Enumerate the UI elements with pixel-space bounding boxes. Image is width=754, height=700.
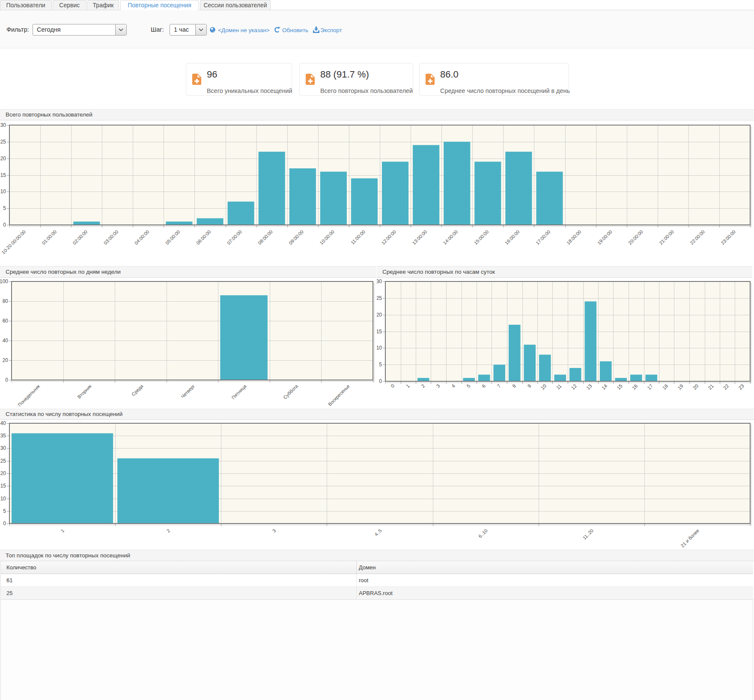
- svg-text:06:00:00: 06:00:00: [195, 229, 212, 246]
- svg-text:16: 16: [631, 383, 639, 391]
- svg-text:05:00:00: 05:00:00: [164, 229, 181, 246]
- svg-text:80: 80: [3, 298, 9, 304]
- svg-text:10:00:00: 10:00:00: [319, 229, 335, 246]
- svg-text:0: 0: [379, 378, 382, 384]
- svg-text:13:00:00: 13:00:00: [411, 229, 428, 246]
- svg-text:15: 15: [377, 329, 382, 335]
- svg-text:Пятница: Пятница: [230, 383, 247, 400]
- svg-text:22:00:00: 22:00:00: [689, 229, 706, 246]
- svg-text:17:00:00: 17:00:00: [535, 229, 551, 246]
- svg-text:25: 25: [0, 458, 6, 464]
- svg-text:10: 10: [0, 496, 6, 502]
- svg-text:21:00:00: 21:00:00: [658, 229, 675, 246]
- svg-text:1: 1: [405, 383, 411, 389]
- svg-text:15: 15: [616, 383, 623, 391]
- svg-text:15:00:00: 15:00:00: [473, 229, 490, 246]
- svg-text:14:00:00: 14:00:00: [442, 229, 459, 246]
- svg-text:25: 25: [0, 139, 6, 145]
- svg-text:1: 1: [60, 528, 65, 533]
- svg-text:20: 20: [0, 470, 6, 476]
- svg-text:01:00:00: 01:00:00: [41, 229, 57, 246]
- svg-text:4..5: 4..5: [373, 528, 382, 537]
- svg-text:9: 9: [527, 383, 532, 389]
- svg-text:04:00:00: 04:00:00: [134, 229, 150, 246]
- svg-text:16:00:00: 16:00:00: [504, 229, 521, 246]
- svg-text:20:00:00: 20:00:00: [627, 229, 644, 246]
- svg-text:25: 25: [377, 295, 382, 301]
- svg-text:20: 20: [692, 383, 700, 391]
- svg-text:20: 20: [3, 357, 9, 363]
- svg-text:30: 30: [377, 278, 382, 284]
- svg-text:11:00:00: 11:00:00: [350, 229, 366, 245]
- svg-text:0: 0: [390, 383, 395, 389]
- svg-text:100: 100: [0, 278, 8, 284]
- svg-text:7: 7: [496, 383, 502, 389]
- svg-text:2: 2: [166, 528, 171, 533]
- svg-text:18:00:00: 18:00:00: [566, 229, 582, 246]
- svg-text:21 и более: 21 и более: [680, 528, 700, 548]
- svg-text:10: 10: [377, 345, 382, 351]
- svg-text:23:00:00: 23:00:00: [720, 229, 736, 246]
- svg-text:22: 22: [722, 383, 730, 391]
- svg-text:12:00:00: 12:00:00: [380, 229, 397, 246]
- svg-text:0: 0: [3, 521, 6, 526]
- svg-text:08:00:00: 08:00:00: [257, 229, 274, 246]
- svg-text:5: 5: [3, 508, 6, 514]
- svg-text:Вторник: Вторник: [76, 383, 92, 400]
- svg-text:19:00:00: 19:00:00: [596, 229, 613, 246]
- svg-text:6: 6: [481, 383, 486, 389]
- svg-text:17: 17: [646, 383, 654, 391]
- svg-text:0: 0: [5, 377, 8, 383]
- svg-text:30: 30: [0, 122, 6, 128]
- svg-text:60: 60: [3, 318, 9, 324]
- svg-text:10-20 00:00:00: 10-20 00:00:00: [0, 229, 27, 255]
- svg-text:15: 15: [0, 172, 6, 178]
- svg-text:0: 0: [3, 222, 6, 228]
- svg-text:6..10: 6..10: [477, 528, 489, 539]
- svg-text:Суббота: Суббота: [282, 383, 299, 400]
- svg-text:12: 12: [570, 383, 578, 391]
- svg-text:Четверг: Четверг: [180, 383, 196, 399]
- svg-text:07:00:00: 07:00:00: [226, 229, 243, 246]
- svg-text:3: 3: [435, 383, 441, 389]
- svg-text:10: 10: [540, 383, 548, 391]
- svg-text:40: 40: [0, 420, 6, 426]
- svg-text:5: 5: [3, 205, 6, 211]
- svg-text:18: 18: [662, 383, 669, 391]
- svg-text:09:00:00: 09:00:00: [288, 229, 304, 246]
- svg-text:3: 3: [271, 528, 277, 533]
- svg-text:14: 14: [601, 383, 608, 391]
- svg-text:8: 8: [511, 383, 517, 389]
- svg-text:2: 2: [420, 383, 426, 389]
- svg-text:15: 15: [0, 483, 6, 489]
- svg-text:11..20: 11..20: [581, 528, 594, 541]
- svg-text:21: 21: [707, 383, 715, 391]
- svg-text:4: 4: [450, 383, 456, 389]
- svg-text:30: 30: [0, 445, 6, 451]
- svg-text:23: 23: [737, 383, 745, 391]
- svg-text:Воскресенье: Воскресенье: [327, 383, 351, 407]
- svg-text:19: 19: [677, 383, 684, 391]
- svg-text:20: 20: [0, 156, 6, 162]
- svg-text:03:00:00: 03:00:00: [103, 229, 119, 246]
- svg-text:Среда: Среда: [131, 383, 144, 397]
- svg-text:10: 10: [0, 188, 6, 194]
- svg-text:13: 13: [585, 383, 593, 391]
- svg-text:20: 20: [377, 312, 382, 318]
- svg-text:5: 5: [466, 383, 471, 389]
- svg-text:40: 40: [3, 338, 9, 344]
- svg-text:02:00:00: 02:00:00: [72, 229, 89, 246]
- svg-text:11: 11: [555, 383, 563, 390]
- svg-text:5: 5: [379, 362, 382, 368]
- svg-text:Понедельник: Понедельник: [17, 383, 41, 407]
- svg-text:35: 35: [0, 433, 6, 439]
